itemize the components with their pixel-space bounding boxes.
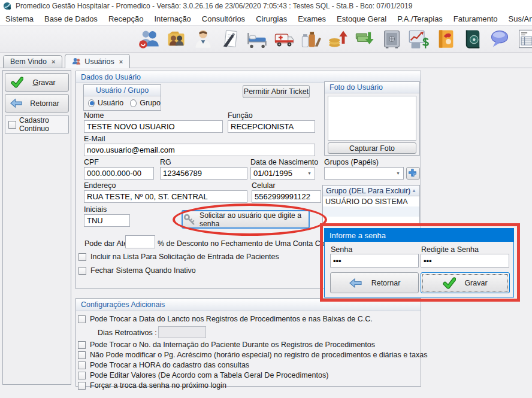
grupo-row-empty [323, 206, 419, 217]
report-icon[interactable] [516, 27, 532, 51]
add-plus-icon [408, 168, 418, 178]
tab-usuarios-label: Usuários [84, 57, 114, 66]
grupos-papeis-combo[interactable] [324, 167, 404, 180]
config-check-row: Pode Editar Valores (De Acordo com a Tab… [78, 371, 328, 379]
add-group-button[interactable] [406, 167, 420, 180]
email-input[interactable] [84, 144, 315, 156]
finance-chart-icon[interactable] [408, 27, 430, 51]
redigite-senha-input[interactable] [421, 254, 509, 268]
menu-consultorios[interactable]: Consultórios [197, 14, 250, 23]
config-adicionais-header: Configurações Adicionais [76, 299, 421, 311]
title-bar: Promedico Gestão Hospitalar - Promedico … [0, 0, 532, 12]
informe-senha-popup: Informe a senha Senha Redigite a Senha R… [324, 228, 514, 297]
editar-valores-label: Pode Editar Valores (De Acordo com a Tab… [90, 371, 328, 379]
forcar-troca-senha-checkbox[interactable] [78, 382, 86, 390]
incluir-lista-row: Incluir na Lista Para Solicitação de Ent… [78, 253, 279, 261]
config-check-row: Pode Trocar a HORA do cadastro das consu… [78, 361, 249, 369]
cpf-input[interactable] [84, 167, 154, 180]
payment-down-icon[interactable] [354, 27, 376, 51]
editar-valores-checkbox[interactable] [78, 372, 86, 379]
funcao-label: Função [228, 111, 253, 120]
nascimento-combo[interactable] [250, 167, 315, 180]
config-adicionais-group: Configurações Adicionais Pode Trocar a D… [75, 298, 421, 387]
permitir-abrir-ticket-button[interactable]: Permitir Abrir Ticket [243, 85, 310, 98]
sort-asc-icon: ▲ [412, 188, 416, 193]
doctor-icon[interactable] [192, 27, 214, 51]
grupos-grid: Grupo (DEL Para Excluir) ▲ USUÁRIO DO SI… [322, 185, 420, 226]
cadastro-continuo-checkbox[interactable] [8, 121, 16, 129]
radio-grupo[interactable] [130, 99, 137, 107]
trocar-data-lancto-checkbox[interactable] [78, 315, 86, 323]
ambulance-icon[interactable] [273, 27, 295, 51]
check-icon [11, 76, 23, 89]
menu-base-de-dados[interactable]: Base de Dados [39, 14, 103, 23]
menu-pa-terapias[interactable]: P.A./Terapias [392, 14, 448, 23]
chat-icon[interactable] [489, 27, 510, 51]
tab-bar: Bem Vindo × Usuários × [0, 53, 532, 68]
users-icon[interactable] [138, 27, 160, 51]
app-window: Promedico Gestão Hospitalar - Promedico … [0, 0, 532, 398]
popup-gravar-button[interactable]: Gravar [421, 272, 510, 293]
menu-sus-ans[interactable]: Sus/Ans [503, 14, 532, 23]
trocar-internacao-label: Pode Trocar o No. da Internação do Pacie… [90, 341, 375, 349]
pode-dar-ate-label: Pode dar Até: [84, 239, 130, 248]
pharmacy-icon[interactable] [300, 27, 322, 51]
phonebook-icon[interactable] [435, 27, 457, 51]
desconto-input[interactable] [125, 235, 155, 248]
hospital-bed-icon[interactable] [246, 27, 268, 51]
incluir-lista-checkbox[interactable] [78, 253, 86, 261]
safe-icon[interactable] [381, 27, 403, 51]
trocar-internacao-checkbox[interactable] [78, 341, 86, 349]
menu-exames[interactable]: Exames [292, 14, 331, 23]
menu-estoque-geral[interactable]: Estoque Geral [331, 14, 392, 23]
patient-group-icon[interactable] [165, 27, 187, 51]
toolbar [0, 25, 532, 53]
window-title: Promedico Gestão Hospitalar - Promedico … [16, 2, 412, 10]
senha-input[interactable] [330, 254, 419, 268]
trocar-hora-label: Pode Trocar a HORA do cadastro das consu… [90, 361, 249, 369]
nome-label: Nome [84, 111, 104, 120]
solicitar-senha-button[interactable]: Solicitar ao usuário que digite a senha [182, 210, 310, 229]
menu-cirurgias[interactable]: Cirurgias [250, 14, 292, 23]
senha-label: Senha [331, 245, 352, 254]
nao-pode-acrescimo-checkbox[interactable] [78, 351, 86, 359]
trocar-hora-checkbox[interactable] [78, 361, 86, 369]
funcao-input[interactable] [228, 120, 315, 133]
foto-usuario-header: Foto do Usuário [325, 82, 419, 93]
tab-bem-vindo[interactable]: Bem Vindo × [3, 55, 62, 68]
tab-usuarios[interactable]: Usuários × [65, 54, 130, 68]
menu-recepcao[interactable]: Recepção [103, 14, 149, 23]
iniciais-label: Iniciais [84, 205, 107, 214]
capturar-foto-button[interactable]: Capturar Foto [328, 142, 416, 154]
ledger-book-icon[interactable] [462, 27, 483, 51]
rg-label: RG [160, 158, 171, 166]
grupos-grid-header[interactable]: Grupo (DEL Para Excluir) ▲ [323, 186, 419, 196]
config-check-row: Forçar a troca da senha no próximo login [78, 381, 226, 390]
gravar-button[interactable]: Gravar [5, 73, 69, 92]
iniciais-input[interactable] [84, 214, 130, 227]
fechar-sistema-checkbox[interactable] [78, 267, 86, 275]
cpf-label: CPF [84, 158, 99, 166]
nome-input[interactable] [84, 120, 223, 133]
email-label: E-Mail [84, 135, 105, 143]
usuarios-page: Gravar Retornar Cadastro Contínuo Dados … [0, 68, 532, 398]
menu-internacao[interactable]: Internação [149, 14, 196, 23]
foto-usuario-group: Foto do Usuário Capturar Foto [324, 81, 420, 156]
menu-faturamento[interactable]: Faturamento [448, 14, 503, 23]
tab-close-icon[interactable]: × [52, 58, 55, 65]
tab-close-icon[interactable]: × [119, 58, 123, 65]
celular-input[interactable] [252, 190, 321, 203]
rg-input[interactable] [160, 167, 247, 180]
grupo-row[interactable]: USUÁRIO DO SISTEMA [323, 196, 419, 206]
dias-retroativos-input[interactable] [158, 326, 206, 338]
prescription-icon[interactable] [219, 27, 241, 51]
retornar-button[interactable]: Retornar [5, 94, 69, 113]
revenue-up-icon[interactable] [327, 27, 349, 51]
config-check-row: Pode Trocar a Data do Lancto nos Registr… [78, 315, 373, 323]
menu-sistema[interactable]: Sistema [0, 14, 39, 23]
popup-retornar-button[interactable]: Retornar [330, 272, 419, 293]
photo-preview [328, 96, 416, 141]
endereco-input[interactable] [84, 190, 247, 203]
cadastro-continuo-label: Cadastro Contínuo [19, 116, 68, 133]
radio-usuario[interactable] [88, 99, 95, 107]
